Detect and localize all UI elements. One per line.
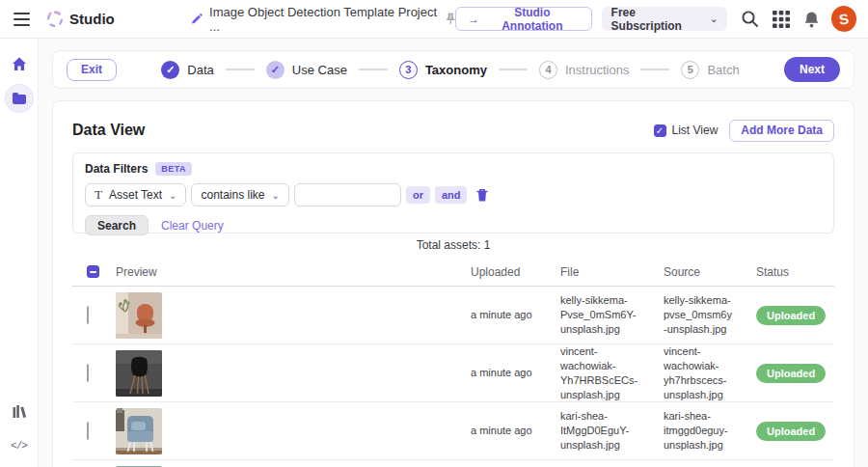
search-icon[interactable] [741,10,759,28]
next-button[interactable]: Next [784,57,840,82]
filters-title: Data Filters [85,162,148,176]
step-data[interactable]: ✓ Data [161,61,213,79]
main-content: Exit ✓ Data ✓ Use Case 3 Taxonomy 4 Inst… [39,39,868,467]
preview-thumbnail[interactable] [116,292,162,339]
uploaded-cell: a minute ago [471,424,560,438]
col-file: File [560,265,664,279]
step-taxonomy[interactable]: 3 Taxonomy [399,61,487,79]
code-icon[interactable]: </> [6,432,33,459]
step-check-icon: ✓ [266,61,285,79]
and-button[interactable]: and [435,186,468,204]
uploaded-cell: a minute ago [471,366,560,380]
data-view-card: Data View ✓ List View Add More Data Data… [52,100,854,467]
stepper: ✓ Data ✓ Use Case 3 Taxonomy 4 Instructi… [161,61,739,79]
project-title: Image Object Detection Template Project … [209,5,439,34]
step-check-icon: ✓ [161,61,179,79]
row-checkbox[interactable] [87,306,89,324]
chevron-down-icon: ⌄ [169,190,176,201]
table-row: a minute ago kelly-sikkema-Pvse_0mSm6Y-u… [72,287,834,344]
table-row: a minute ago vincent-wachowiak-Yh7HRBScE… [72,344,834,402]
left-rail: </> [0,39,39,467]
user-avatar[interactable]: S [830,4,858,33]
top-bar: Studio Image Object Detection Template P… [0,0,868,39]
list-view-toggle[interactable]: ✓ List View [654,124,719,137]
stepper-card: Exit ✓ Data ✓ Use Case 3 Taxonomy 4 Inst… [52,50,854,89]
status-badge: Uploaded [756,306,826,325]
col-uploaded: Uploaded [471,265,560,279]
table-row [72,460,834,467]
home-icon[interactable] [6,50,33,77]
step-number: 3 [399,61,418,79]
select-all-checkbox[interactable] [87,265,99,278]
col-source: Source [664,265,756,279]
step-batch[interactable]: 5 Batch [681,61,739,79]
pin-icon [446,13,455,25]
beta-badge: BETA [155,162,191,176]
step-instructions[interactable]: 4 Instructions [539,61,629,79]
delete-filter-icon[interactable] [475,188,489,203]
table-row: a minute ago kari-shea-ItMggD0EguY-unspl… [72,402,834,460]
clear-query-link[interactable]: Clear Query [161,219,224,233]
operator-select[interactable]: contains like ⌄ [191,183,288,206]
projects-folder-icon[interactable] [6,85,33,112]
list-view-checkbox[interactable]: ✓ [654,124,666,137]
step-number: 4 [539,61,557,79]
or-button[interactable]: or [406,186,430,204]
page-title: Data View [72,122,145,139]
preview-thumbnail[interactable] [116,350,162,397]
apps-grid-icon[interactable] [773,11,790,28]
total-assets: Total assets: 1 [72,234,834,258]
notifications-bell-icon[interactable] [803,11,820,28]
col-preview: Preview [116,265,471,279]
step-connector [226,69,255,70]
chevron-down-icon: ⌄ [710,14,718,24]
step-connector [640,69,669,70]
brand-name: Studio [69,11,115,27]
studio-annotation-button[interactable]: → Studio Annotation [455,7,592,31]
pencil-icon [190,13,203,26]
step-use-case[interactable]: ✓ Use Case [266,61,347,79]
chevron-down-icon: ⌄ [272,190,280,201]
source-cell: kari-shea-itmggd0eguy-unsplash.jpg [664,409,746,453]
data-filters-panel: Data Filters BETA T Asset Text ⌄ contain… [72,152,834,234]
studio-logo-icon [47,12,63,27]
brand[interactable]: Studio [47,11,115,27]
filter-value-input[interactable] [294,183,401,206]
status-badge: Uploaded [756,364,826,383]
exit-button[interactable]: Exit [67,59,117,81]
text-type-icon: T [95,187,102,203]
file-cell: kari-shea-ItMggD0EguY-unsplash.jpg [560,409,661,453]
step-connector [499,69,528,70]
file-cell: vincent-wachowiak-Yh7HRBScECs-unsplash.j… [560,344,661,401]
uploaded-cell: a minute ago [471,308,560,322]
search-button[interactable]: Search [85,215,149,235]
project-title-group[interactable]: Image Object Detection Template Project … [190,5,455,34]
table-header: Preview Uploaded File Source Status [72,258,834,287]
preview-thumbnail[interactable] [116,408,162,454]
step-number: 5 [681,61,699,79]
row-checkbox[interactable] [87,364,89,382]
arrow-right-icon: → [468,13,479,26]
col-status: Status [756,265,834,279]
source-cell: vincent-wachowiak-yh7hrbscecs-unsplash.j… [664,344,746,401]
field-select[interactable]: T Asset Text ⌄ [85,183,186,206]
menu-icon[interactable] [14,13,30,26]
file-cell: kelly-sikkema-Pvse_0mSm6Y-unsplash.jpg [560,293,661,337]
add-more-data-button[interactable]: Add More Data [729,120,834,142]
subscription-dropdown[interactable]: Free Subscription ⌄ [602,7,728,31]
status-badge: Uploaded [756,422,826,441]
row-checkbox[interactable] [87,422,89,440]
library-icon[interactable] [6,398,33,425]
source-cell: kelly-sikkema-pvse_0msm6y-unsplash.jpg [664,293,746,337]
step-connector [359,69,388,70]
